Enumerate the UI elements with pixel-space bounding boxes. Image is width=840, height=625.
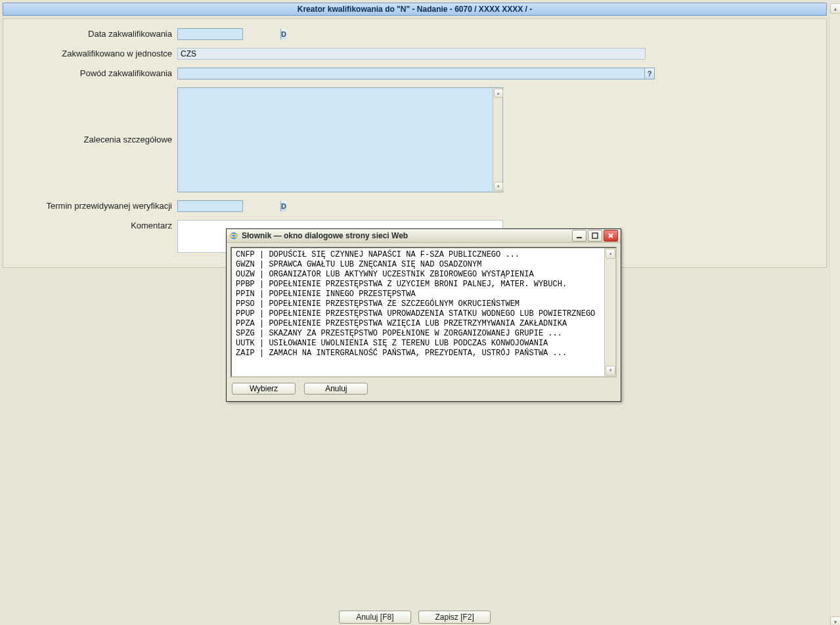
svg-rect-3	[592, 233, 598, 238]
scroll-down-icon[interactable]: ▾	[830, 616, 840, 625]
data-zakwalifikowania-input[interactable]	[178, 29, 280, 39]
scroll-up-icon[interactable]: ▴	[494, 89, 503, 98]
page-scrollbar[interactable]: ▴ ▾	[829, 3, 840, 625]
powod-zakwalifikowania-field[interactable]: ?	[177, 68, 655, 79]
close-button[interactable]	[604, 230, 618, 242]
svg-rect-2	[577, 237, 582, 238]
date-picker-button[interactable]: D	[280, 29, 286, 39]
save-button[interactable]: Zapisz [F2]	[418, 611, 491, 624]
choose-button[interactable]: Wybierz	[232, 383, 296, 395]
slownik-dialog: Słownik — okno dialogowe strony sieci We…	[226, 228, 621, 402]
textarea-scrollbar[interactable]: ▴ ▾	[493, 88, 502, 192]
lookup-button[interactable]: ?	[644, 68, 654, 79]
powod-zakwalifikowania-input[interactable]	[178, 68, 644, 79]
dialog-buttons: Wybierz Anuluj	[231, 377, 617, 397]
dialog-titlebar[interactable]: Słownik — okno dialogowe strony sieci We…	[227, 229, 621, 243]
dialog-body: CNFP | DOPUŚCIŁ SIĘ CZYNNEJ NAPAŚCI NA F…	[227, 243, 621, 401]
termin-weryfikacji-input[interactable]	[178, 201, 280, 211]
maximize-button[interactable]	[588, 230, 602, 242]
zakwalifikowano-w-jednostce-field: CZS	[177, 48, 646, 60]
zalecenia-szczegolowe-field[interactable]: ▴ ▾	[177, 87, 503, 192]
label-powod-zakwalifikowania: Powód zakwalifikowania	[3, 68, 177, 79]
data-zakwalifikowania-field[interactable]: D	[177, 28, 243, 40]
scroll-up-icon[interactable]: ▴	[606, 249, 615, 259]
minimize-button[interactable]	[572, 230, 586, 242]
scroll-down-icon[interactable]: ▾	[494, 182, 503, 191]
termin-weryfikacji-field[interactable]: D	[177, 200, 243, 212]
dialog-cancel-button[interactable]: Anuluj	[304, 383, 368, 395]
label-termin-weryfikacji: Termin przewidywanej weryfikacji	[3, 200, 177, 212]
scroll-up-icon[interactable]: ▴	[830, 3, 840, 14]
zalecenia-szczegolowe-input[interactable]	[178, 88, 496, 193]
scroll-down-icon[interactable]: ▾	[606, 366, 615, 376]
label-data-zakwalifikowania: Data zakwalifikowania	[3, 28, 177, 40]
dialog-title: Słownik — okno dialogowe strony sieci We…	[242, 231, 571, 240]
ie-icon	[229, 231, 238, 240]
slownik-listbox[interactable]: CNFP | DOPUŚCIŁ SIĘ CZYNNEJ NAPAŚCI NA F…	[231, 247, 617, 377]
label-zakwalifikowano-w-jednostce: Zakwalifikowano w jednostce	[3, 48, 177, 60]
slownik-list-content[interactable]: CNFP | DOPUŚCIŁ SIĘ CZYNNEJ NAPAŚCI NA F…	[232, 248, 615, 360]
listbox-scrollbar[interactable]: ▴ ▾	[604, 248, 615, 376]
date-picker-button[interactable]: D	[280, 201, 286, 211]
page-title: Kreator kwalifikowania do "N" - Nadanie …	[3, 3, 827, 16]
app-viewport: ▴ ▾ Kreator kwalifikowania do "N" - Nada…	[0, 3, 840, 625]
label-komentarz: Komentarz	[3, 220, 177, 232]
label-zalecenia-szczegolowe: Zalecenia szczegółowe	[3, 87, 177, 192]
cancel-button[interactable]: Anuluj [F8]	[339, 611, 411, 624]
bottom-toolbar: Anuluj [F8] Zapisz [F2]	[0, 611, 829, 624]
